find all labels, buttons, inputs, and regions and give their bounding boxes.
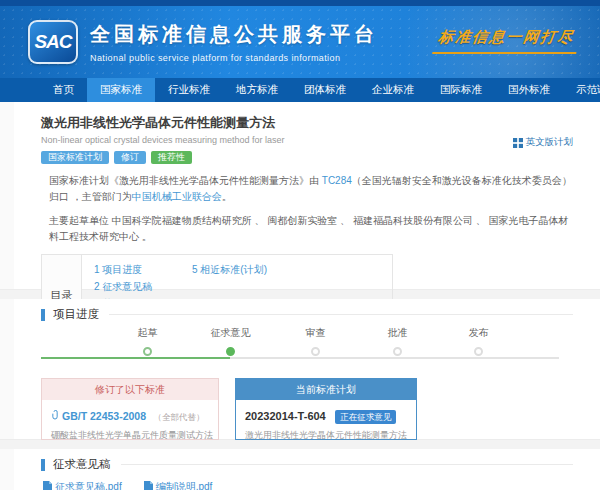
gbt-standard-link[interactable]: GB/T 22453-2008: [51, 410, 146, 422]
nav-item-national-standards[interactable]: 国家标准: [87, 78, 155, 102]
nav-item-foreign-standards[interactable]: 国外标准: [495, 78, 563, 102]
badge-row: 国家标准计划 修订 推荐性: [41, 151, 573, 164]
nav-item-international-standards[interactable]: 国际标准: [427, 78, 495, 102]
draft-pdf-label: 征求意见稿.pdf: [55, 480, 122, 490]
standard-title-en: Non-linear optical crystal devices measu…: [41, 135, 573, 145]
site-title: 全国标准信息公共服务平台: [90, 21, 378, 48]
nav-item-home[interactable]: 首页: [40, 78, 87, 102]
nav-item-enterprise-standards[interactable]: 企业标准: [359, 78, 427, 102]
tc284-link[interactable]: TC284: [322, 175, 352, 186]
step-review: 审查: [281, 326, 351, 356]
current-plan-box-body: 20232014-T-604 正在征求意见 激光用非线性光学晶体元件性能测量方法: [236, 400, 416, 442]
standard-summary-section: 激光用非线性光学晶体元件性能测量方法 Non-linear optical cr…: [0, 102, 600, 289]
standard-title: 激光用非线性光学晶体元件性能测量方法: [41, 114, 573, 132]
intro-text: 。: [222, 191, 232, 202]
step-label: 审查: [281, 326, 351, 340]
step-label: 征求意见: [195, 326, 265, 340]
intro-paragraph-2: 主要起草单位 中国科学院福建物质结构研究所 、 闽都创新实验室 、 福建福晶科技…: [49, 213, 573, 244]
sac-logo[interactable]: SAC: [28, 20, 78, 64]
step-dot-current: [226, 347, 235, 356]
progress-section-title: 项目进度: [53, 307, 99, 322]
section-accent-bar: [41, 309, 45, 321]
replacement-note: （全部代替）: [154, 412, 205, 422]
site-header: SAC 全国标准信息公共服务平台 National public service…: [0, 0, 600, 78]
progress-section-header: 项目进度: [41, 307, 573, 322]
status-badge: 正在征求意见: [335, 410, 396, 424]
revised-standard-box: 修订了以下标准 GB/T 22453-2008 （全部代替） 硼酸盐非线性光学单…: [41, 378, 219, 440]
english-plan-link[interactable]: 英文版计划: [513, 136, 574, 149]
draft-pdf-link[interactable]: 征求意见稿.pdf: [43, 480, 122, 490]
step-label: 批准: [362, 326, 432, 340]
step-label: 发布: [444, 326, 514, 340]
draft-file-links: 征求意见稿.pdf 编制说明.pdf: [43, 480, 573, 490]
draft-section-title: 征求意见稿: [53, 457, 111, 472]
step-dot-done: [143, 347, 152, 356]
nav-item-industry-standards[interactable]: 行业标准: [155, 78, 223, 102]
site-title-block: 全国标准信息公共服务平台 National public service pla…: [90, 21, 378, 63]
badge-recommended: 推荐性: [151, 151, 192, 164]
explanation-pdf-label: 编制说明.pdf: [156, 480, 213, 490]
project-progress-section: 项目进度 起草 征求意见 审查 批准 发布 修订了以下标准: [0, 299, 600, 439]
badge-revision: 修订: [114, 151, 146, 164]
section-accent-bar: [41, 459, 45, 471]
site-subtitle: National public service platform for sta…: [90, 53, 378, 63]
sac-logo-text: SAC: [34, 31, 71, 53]
nav-item-pilot-demo[interactable]: 示范试点: [563, 78, 600, 102]
gbt-standard-number: GB/T 22453-2008: [62, 410, 146, 422]
current-plan-box-title: 当前标准计划: [236, 379, 416, 400]
nav-item-group-standards[interactable]: 团体标准: [291, 78, 359, 102]
step-drafting: 起草: [112, 326, 182, 356]
step-dot-todo: [311, 347, 320, 356]
english-plan-label: 英文版计划: [526, 136, 574, 149]
step-dot-todo: [393, 347, 402, 356]
timeline-track-completed: [41, 357, 230, 359]
pdf-file-icon: [144, 481, 153, 490]
step-publication: 发布: [444, 326, 514, 356]
section-rule: [109, 314, 573, 315]
intro-text: 国家标准计划《激光用非线性光学晶体元件性能测量方法》由: [49, 175, 322, 186]
plan-number: 20232014-T-604: [245, 410, 326, 422]
slogan-calligraphy: 标准信息一网打尽: [434, 28, 578, 54]
paperclip-icon: [51, 410, 60, 422]
draft-section-header: 征求意见稿: [41, 457, 573, 472]
current-plan-name: 激光用非线性光学晶体元件性能测量方法: [245, 429, 407, 442]
intro-paragraph-1: 国家标准计划《激光用非线性光学晶体元件性能测量方法》由 TC284（全国光辐射安…: [49, 173, 573, 204]
nav-item-local-standards[interactable]: 地方标准: [223, 78, 291, 102]
explanation-pdf-link[interactable]: 编制说明.pdf: [144, 480, 213, 490]
section-rule: [121, 464, 574, 465]
revised-box-body: GB/T 22453-2008 （全部代替） 硼酸盐非线性光学单晶元件质量测试方…: [42, 400, 218, 442]
revised-box-title: 修订了以下标准: [42, 379, 218, 400]
slogan-text: 标准信息一网打尽: [432, 28, 580, 54]
header-banner: SAC 全国标准信息公共服务平台 National public service…: [0, 6, 600, 78]
badge-national-plan: 国家标准计划: [41, 151, 109, 164]
document-grid-icon: [513, 138, 523, 148]
toc-link-similar-standards[interactable]: 5 相近标准(计划): [192, 262, 267, 277]
step-dot-todo: [474, 347, 483, 356]
current-plan-box: 当前标准计划 20232014-T-604 正在征求意见 激光用非线性光学晶体元…: [235, 378, 417, 440]
toc-link-draft[interactable]: 2 征求意见稿: [94, 279, 192, 294]
toc-link-progress[interactable]: 1 项目进度: [94, 262, 192, 277]
step-approval: 批准: [362, 326, 432, 356]
step-seeking-opinions: 征求意见: [195, 326, 265, 356]
step-label: 起草: [112, 326, 182, 340]
main-nav: 首页 国家标准 行业标准 地方标准 团体标准 企业标准 国际标准 国外标准 示范…: [0, 78, 600, 102]
revised-standard-name: 硼酸盐非线性光学单晶元件质量测试方法: [51, 429, 209, 442]
plan-boxes-row: 修订了以下标准 GB/T 22453-2008 （全部代替） 硼酸盐非线性光学单…: [41, 378, 573, 440]
draft-files-section: 征求意见稿 征求意见稿.pdf 编制说明.pdf: [0, 449, 600, 490]
progress-timeline: 起草 征求意见 审查 批准 发布: [41, 326, 573, 370]
pdf-file-icon: [43, 481, 52, 490]
ministry-link[interactable]: 中国机械工业联合会: [132, 191, 222, 202]
